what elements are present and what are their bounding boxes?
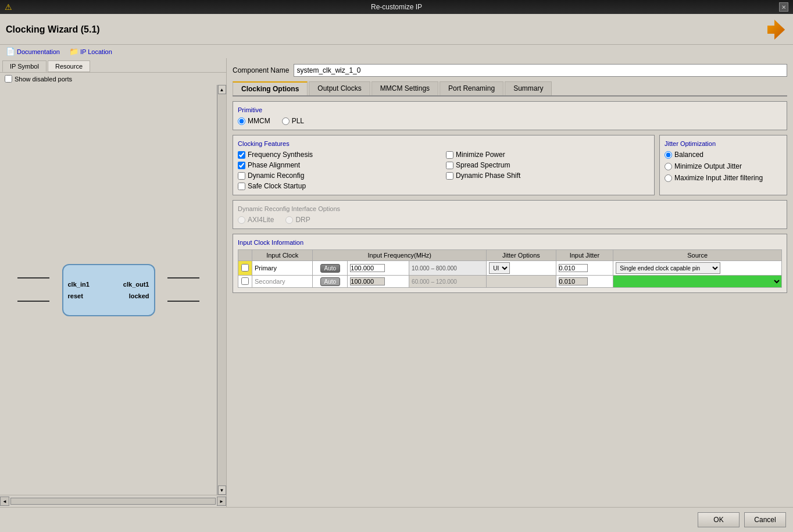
- primary-source-cell[interactable]: Single ended clock capable pin: [613, 261, 782, 276]
- show-disabled-checkbox[interactable]: [5, 75, 12, 83]
- col-input-jitter: Input Jitter: [556, 250, 613, 261]
- col-input-clock: Input Clock: [252, 250, 313, 261]
- port-reset: reset: [68, 292, 83, 299]
- port-clk-in1: clk_in1: [68, 281, 90, 288]
- clocking-features-title: Clocking Features: [238, 140, 649, 147]
- col-checkbox: [238, 250, 252, 261]
- doc-icon: 📄: [6, 47, 15, 56]
- mmcm-option[interactable]: MMCM: [238, 117, 270, 125]
- primary-jitter-options-select[interactable]: UI: [489, 262, 510, 274]
- primary-auto-cell: Auto: [313, 261, 348, 276]
- tab-summary[interactable]: Summary: [505, 81, 552, 95]
- tab-port-renaming[interactable]: Port Renaming: [440, 81, 503, 95]
- secondary-freq-input[interactable]: [350, 277, 385, 285]
- title-bar: ⚠ Re-customize IP ✕: [0, 0, 793, 14]
- tab-ip-symbol[interactable]: IP Symbol: [2, 60, 47, 72]
- warning-icon: ⚠: [5, 2, 12, 12]
- main-window: Clocking Wizard (5.1) 📄 Documentation 📁 …: [0, 14, 793, 532]
- primary-jitter-input[interactable]: [559, 264, 588, 272]
- secondary-freq-cell[interactable]: [348, 276, 409, 288]
- symbol-area: clk_in1 clk_out1 reset locked: [0, 85, 217, 495]
- phase-alignment-cb[interactable]: Phase Alignment: [238, 161, 441, 169]
- tab-output-clocks[interactable]: Output Clocks: [309, 81, 370, 95]
- mmcm-radio[interactable]: [238, 117, 245, 125]
- dynamic-phase-shift-cb[interactable]: Dynamic Phase Shift: [446, 172, 649, 180]
- tab-mmcm-settings[interactable]: MMCM Settings: [372, 81, 438, 95]
- component-name-input[interactable]: system_clk_wiz_1_0: [294, 64, 787, 77]
- input-clock-section: Input Clock Information Input Clock Inpu…: [233, 234, 787, 293]
- col-source: Source: [613, 250, 782, 261]
- clocking-features-grid: Frequency Synthesis Minimize Power Phase…: [238, 151, 649, 190]
- dynamic-reconfig-section: Dynamic Reconfig Interface Options AXI4L…: [233, 200, 787, 229]
- primary-jitter-options-cell[interactable]: UI: [487, 261, 556, 276]
- balanced-option[interactable]: Balanced: [665, 151, 782, 159]
- secondary-checkbox-cell[interactable]: [238, 276, 252, 288]
- primary-freq-cell[interactable]: [348, 261, 409, 276]
- documentation-link[interactable]: 📄 Documentation: [6, 47, 60, 56]
- svg-marker-1: [767, 20, 785, 40]
- pll-option[interactable]: PLL: [282, 117, 304, 125]
- clocking-features-section: Clocking Features Frequency Synthesis Mi…: [233, 135, 655, 195]
- primary-source-select[interactable]: Single ended clock capable pin: [616, 262, 720, 274]
- tab-resource[interactable]: Resource: [48, 60, 90, 72]
- primitive-radio-group: MMCM PLL: [238, 117, 782, 125]
- app-title: Clocking Wizard (5.1): [6, 24, 100, 35]
- spread-spectrum-cb[interactable]: Spread Spectrum: [446, 161, 649, 169]
- primary-range-cell: 10.000 – 800.000: [409, 261, 487, 276]
- wire-clk-out1: [167, 277, 199, 279]
- tab-clocking-options[interactable]: Clocking Options: [233, 81, 308, 95]
- secondary-input-jitter-cell[interactable]: [556, 276, 613, 288]
- input-clock-info-title: Input Clock Information: [238, 239, 782, 246]
- primary-enable-checkbox[interactable]: [241, 264, 249, 272]
- primitive-section: Primitive MMCM PLL: [233, 101, 787, 130]
- left-panel-tabs: IP Symbol Resource: [0, 58, 226, 73]
- port-clk-out1: clk_out1: [123, 281, 149, 288]
- scroll-left-btn[interactable]: ◄: [0, 497, 9, 506]
- dynamic-reconfig-cb[interactable]: Dynamic Reconfig: [238, 172, 441, 180]
- axi4lite-option: AXI4Lite: [238, 216, 274, 224]
- secondary-jitter-input[interactable]: [559, 277, 588, 285]
- secondary-source-select[interactable]: [613, 276, 781, 287]
- maximize-input-jitter-option[interactable]: Maximize Input Jitter filtering: [665, 174, 782, 182]
- secondary-auto-cell: Auto: [313, 276, 348, 288]
- component-name-row: Component Name system_clk_wiz_1_0: [233, 64, 787, 77]
- scroll-right-btn[interactable]: ►: [217, 497, 226, 506]
- minimize-output-jitter-option[interactable]: Minimize Output Jitter: [665, 162, 782, 170]
- scroll-down-btn[interactable]: ▼: [218, 485, 226, 495]
- close-button[interactable]: ✕: [779, 2, 788, 12]
- tabs-row: Clocking Options Output Clocks MMCM Sett…: [233, 81, 787, 97]
- pll-radio[interactable]: [282, 117, 290, 125]
- header: Clocking Wizard (5.1): [0, 14, 793, 45]
- input-clock-table: Input Clock Input Frequency(MHz) Jitter …: [238, 249, 782, 288]
- dynamic-reconfig-title: Dynamic Reconfig Interface Options: [238, 205, 782, 212]
- left-scroll-bar: ◄ ►: [0, 495, 226, 507]
- primary-input-jitter-cell[interactable]: [556, 261, 613, 276]
- ip-port-row-2: reset locked: [63, 292, 154, 299]
- cancel-button[interactable]: Cancel: [744, 512, 786, 527]
- scroll-up-btn[interactable]: ▲: [218, 85, 226, 94]
- wire-clk-in1: [17, 277, 49, 279]
- ip-location-link[interactable]: 📁 IP Location: [69, 47, 112, 56]
- col-jitter-options: Jitter Options: [487, 250, 556, 261]
- secondary-clock-label: Secondary: [252, 276, 313, 288]
- horizontal-scrollbar[interactable]: [10, 498, 216, 505]
- safe-clock-startup-cb[interactable]: Safe Clock Startup: [238, 182, 441, 190]
- vertical-scrollbar[interactable]: ▲ ▼: [217, 85, 226, 495]
- left-panel: IP Symbol Resource Show disabled ports: [0, 58, 227, 507]
- bottom-bar: OK Cancel: [0, 507, 793, 532]
- wire-locked: [167, 301, 199, 302]
- secondary-enable-checkbox[interactable]: [241, 277, 249, 285]
- ok-button[interactable]: OK: [698, 512, 740, 527]
- features-jitter-row: Clocking Features Frequency Synthesis Mi…: [233, 135, 787, 195]
- jitter-optimization-title: Jitter Optimization: [665, 140, 782, 147]
- drp-option: DRP: [285, 216, 310, 224]
- primary-freq-input[interactable]: [350, 264, 385, 272]
- freq-synthesis-cb[interactable]: Frequency Synthesis: [238, 151, 441, 159]
- primary-checkbox-cell[interactable]: [238, 261, 252, 276]
- secondary-source-cell[interactable]: [613, 276, 782, 288]
- vivado-logo: [763, 17, 787, 42]
- minimize-power-cb[interactable]: Minimize Power: [446, 151, 649, 159]
- secondary-range-cell: 60.000 – 120.000: [409, 276, 487, 288]
- primary-auto-button[interactable]: Auto: [320, 264, 341, 273]
- secondary-auto-button[interactable]: Auto: [320, 277, 341, 286]
